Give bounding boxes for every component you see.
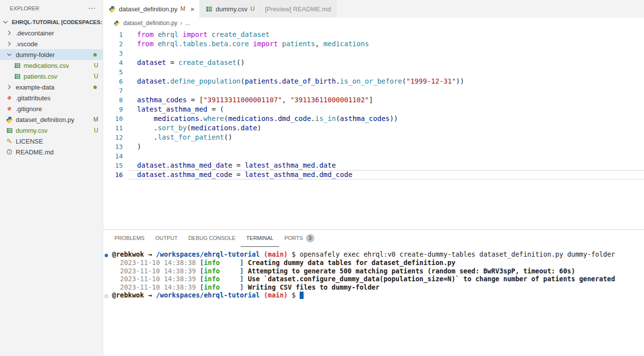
- terminal-line: @rebkwok → /workspaces/ehrql-tutorial (m…: [105, 250, 644, 259]
- bottom-panel: PROBLEMSOUTPUTDEBUG CONSOLETERMINALPORTS…: [103, 229, 644, 356]
- tree-item-README.md[interactable]: README.md: [0, 147, 103, 157]
- csv-icon: [13, 72, 21, 80]
- git-icon: [5, 94, 13, 102]
- line-number[interactable]: 16: [103, 170, 129, 179]
- breadcrumb-more[interactable]: ...: [185, 20, 190, 27]
- tree-item-medications.csv[interactable]: medications.csvU: [0, 60, 103, 71]
- python-icon: [112, 19, 120, 27]
- tree-item-dummy.csv[interactable]: dummy.csvU: [0, 125, 103, 136]
- code-line-1[interactable]: 1from ehrql import create_dataset: [103, 30, 644, 39]
- tree-item-label: dummy.csv: [16, 127, 48, 134]
- changes-dot-icon: [93, 53, 97, 57]
- code-line-11[interactable]: 11 .sort_by(medications.date): [103, 123, 644, 133]
- terminal-line: @rebkwok → /workspaces/ehrql-tutorial (m…: [105, 291, 644, 299]
- command-prompt-icon: [105, 295, 108, 298]
- line-number[interactable]: 3: [103, 49, 129, 58]
- panel-tab-PORTS[interactable]: PORTS3: [279, 230, 320, 247]
- tab-dummy.csv[interactable]: dummy.csvU: [200, 0, 260, 18]
- git-status-badge: U: [94, 73, 98, 80]
- breadcrumb: dataset_definition.py › ...: [103, 18, 644, 29]
- tab-[Preview] README.md[interactable]: [Preview] README.md: [260, 0, 336, 18]
- code-editor[interactable]: 1from ehrql import create_dataset2from e…: [103, 29, 644, 229]
- panel-tab-DEBUG CONSOLE[interactable]: DEBUG CONSOLE: [183, 230, 241, 247]
- terminal-cursor: [300, 292, 304, 299]
- breadcrumb-file[interactable]: dataset_definition.py: [123, 20, 177, 27]
- code-line-10[interactable]: 10 medications.where(medications.dmd_cod…: [103, 114, 644, 123]
- tree-item-.gitignore[interactable]: .gitignore: [0, 103, 103, 114]
- tree-item-label: patients.csv: [24, 73, 57, 80]
- file-tree: .devcontainer.vscodedummy-foldermedicati…: [0, 28, 103, 157]
- code-line-15[interactable]: 15dataset.asthma_med_date = latest_asthm…: [103, 161, 644, 170]
- tree-item-patients.csv[interactable]: patients.csvU: [0, 71, 103, 82]
- code-line-8[interactable]: 8asthma_codes = ["39113311000001107", "3…: [103, 95, 644, 105]
- tree-item-dataset_definition.py[interactable]: dataset_definition.pyM: [0, 114, 103, 125]
- tree-item-.devcontainer[interactable]: .devcontainer: [0, 28, 103, 38]
- code-line-6[interactable]: 6dataset.define_population(patients.date…: [103, 77, 644, 86]
- tab-label: [Preview] README.md: [265, 5, 331, 13]
- chevron-down-icon: [5, 51, 13, 59]
- tree-item-label: dummy-folder: [16, 51, 55, 59]
- terminal-line: 2023-11-10 14:38:38 [info ] Creating dum…: [105, 259, 644, 267]
- git-status-badge: M: [93, 116, 98, 123]
- line-number[interactable]: 9: [103, 105, 129, 114]
- code-line-2[interactable]: 2from ehrql.tables.beta.core import pati…: [103, 39, 644, 49]
- tree-item-example-data[interactable]: example-data: [0, 82, 103, 92]
- panel-tab-label: DEBUG CONSOLE: [188, 235, 235, 241]
- explorer-actions-icon[interactable]: ⋯: [88, 4, 96, 13]
- code-line-12[interactable]: 12 .last_for_patient(): [103, 133, 644, 142]
- explorer-title: EXPLORER: [10, 5, 39, 11]
- tree-item-.gitattributes[interactable]: .gitattributes: [0, 92, 103, 103]
- panel-tab-label: PORTS: [284, 235, 303, 241]
- line-number[interactable]: 13: [103, 142, 129, 151]
- line-number[interactable]: 14: [103, 151, 129, 161]
- explorer-header: EXPLORER ⋯: [0, 0, 103, 17]
- line-number[interactable]: 11: [103, 123, 129, 133]
- line-number[interactable]: 8: [103, 95, 129, 105]
- line-number[interactable]: 5: [103, 67, 129, 77]
- line-number[interactable]: 2: [103, 39, 129, 49]
- tree-item-label: .vscode: [16, 40, 38, 48]
- line-number[interactable]: 10: [103, 114, 129, 123]
- workspace-root-folder[interactable]: EHRQL-TUTORIAL [CODESPACES:...: [0, 17, 103, 28]
- code-line-4[interactable]: 4dataset = create_dataset(): [103, 58, 644, 67]
- tree-item-dummy-folder[interactable]: dummy-folder: [0, 49, 103, 60]
- chevron-right-icon: [5, 40, 13, 48]
- line-number[interactable]: 4: [103, 58, 129, 67]
- code-line-16[interactable]: 16dataset.asthma_med_code = latest_asthm…: [103, 170, 644, 179]
- panel-tab-OUTPUT[interactable]: OUTPUT: [150, 230, 183, 247]
- panel-tab-PROBLEMS[interactable]: PROBLEMS: [109, 230, 150, 247]
- code-line-14[interactable]: 14: [103, 151, 644, 161]
- panel-tabs: PROBLEMSOUTPUTDEBUG CONSOLETERMINALPORTS…: [103, 230, 644, 247]
- chevron-right-icon: [5, 83, 13, 91]
- tab-label: dataset_definition.py: [119, 5, 177, 13]
- panel-tab-TERMINAL[interactable]: TERMINAL: [241, 230, 279, 247]
- tree-item-label: README.md: [16, 148, 54, 156]
- line-number[interactable]: 7: [103, 86, 129, 95]
- line-number[interactable]: 12: [103, 133, 129, 142]
- close-icon[interactable]: ×: [190, 5, 195, 13]
- code-line-7[interactable]: 7: [103, 86, 644, 95]
- tab-label: dummy.csv: [216, 5, 248, 13]
- editor-area: dataset_definition.pyM×dummy.csvU[Previe…: [103, 0, 644, 356]
- info-icon: [5, 148, 13, 156]
- line-number[interactable]: 6: [103, 77, 129, 86]
- code-line-3[interactable]: 3: [103, 49, 644, 58]
- git-icon: [5, 105, 13, 113]
- chevron-right-icon: [5, 29, 13, 37]
- tree-item-.vscode[interactable]: .vscode: [0, 38, 103, 49]
- tree-item-label: .gitignore: [16, 105, 42, 113]
- code-line-5[interactable]: 5: [103, 67, 644, 77]
- line-number[interactable]: 1: [103, 30, 129, 39]
- tree-item-LICENSE[interactable]: LICENSE: [0, 136, 103, 147]
- git-status-badge: U: [94, 127, 98, 134]
- tree-item-label: .gitattributes: [16, 94, 51, 102]
- code-line-9[interactable]: 9latest_asthma_med = (: [103, 105, 644, 114]
- code-line-13[interactable]: 13): [103, 142, 644, 151]
- tree-item-label: dataset_definition.py: [16, 116, 74, 123]
- terminal[interactable]: @rebkwok → /workspaces/ehrql-tutorial (m…: [103, 247, 644, 356]
- panel-tab-label: OUTPUT: [155, 235, 177, 241]
- line-number[interactable]: 15: [103, 161, 129, 170]
- ports-count-badge: 3: [306, 234, 314, 242]
- python-icon: [5, 116, 13, 123]
- tab-dataset_definition.py[interactable]: dataset_definition.pyM×: [103, 0, 200, 18]
